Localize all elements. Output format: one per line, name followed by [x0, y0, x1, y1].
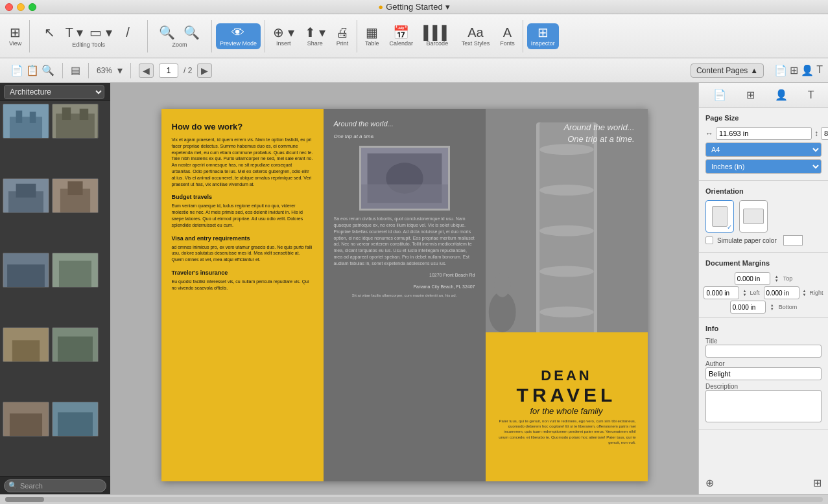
page-icon-1[interactable]: 📄 — [10, 64, 23, 76]
inspector-page-icon[interactable]: 📄 — [711, 87, 728, 103]
toolbar-view[interactable]: ⊞ View — [5, 23, 25, 49]
units-select[interactable]: Inches (in) — [705, 159, 822, 174]
paper-color-swatch[interactable] — [783, 235, 803, 246]
view-label: View — [9, 40, 21, 47]
content-pages-button[interactable]: Content Pages ▲ — [691, 63, 764, 78]
sidebar-image-8[interactable] — [52, 327, 99, 362]
paper-size-select[interactable]: A4 — [705, 143, 822, 157]
width-input[interactable] — [716, 127, 812, 140]
chevron-down-icon[interactable]: ▾ — [117, 64, 123, 76]
toolbar-text-styles[interactable]: Aa Text Styles — [458, 23, 494, 49]
toolbar-inspector[interactable]: ⊞ Inspector — [527, 23, 559, 49]
page-total: / 2 — [183, 66, 192, 75]
prev-page-button[interactable]: ◀ — [139, 63, 154, 78]
toolbar-preview[interactable]: 👁 Preview Mode — [216, 23, 261, 49]
share-label: Share — [307, 40, 323, 47]
layout-icon[interactable]: ▤ — [71, 64, 80, 76]
sidebar-image-10[interactable] — [52, 402, 99, 437]
right-icon-2[interactable]: ⊞ — [790, 64, 798, 76]
insp-bottom-icon-2[interactable]: ⊞ — [813, 477, 822, 489]
canvas-area[interactable]: How do we work? Vix et agam praesent, id… — [110, 83, 698, 494]
zoom-out-button[interactable]: 🔍 — [156, 25, 179, 40]
sidebar-image-9[interactable] — [3, 402, 49, 437]
panel1-section3: Traveler's insurance — [172, 269, 313, 276]
doc-author-input[interactable] — [705, 367, 822, 380]
content-pages-label: Content Pages — [696, 66, 748, 75]
height-input[interactable] — [821, 127, 828, 140]
sidebar-image-2[interactable] — [52, 104, 99, 139]
sidebar-image-7[interactable] — [3, 327, 49, 362]
top-down-button[interactable]: ▼ — [773, 279, 781, 282]
text-tool-button[interactable]: T ▾ — [62, 25, 86, 40]
left-down-button[interactable]: ▼ — [740, 293, 748, 297]
inspector-icon: ⊞ — [538, 26, 549, 39]
architecture-dropdown[interactable]: Architecture — [4, 85, 104, 99]
share-icon: ⬆ ▾ — [305, 26, 326, 39]
simulate-paper-label: Simulate paper color — [717, 237, 777, 244]
info-title: Info — [705, 325, 822, 332]
page-icon-2[interactable]: 📋 — [26, 64, 39, 76]
select-tool-button[interactable]: ↖ — [38, 25, 61, 40]
sidebar-image-1[interactable] — [3, 104, 49, 139]
inspector-text-icon[interactable]: T — [806, 87, 816, 103]
right-down-button[interactable]: ▼ — [801, 293, 809, 297]
toolbar-table[interactable]: ▦ Table — [361, 23, 383, 49]
doc-title-input[interactable] — [705, 345, 822, 358]
right-margin-input[interactable] — [764, 286, 799, 299]
inspector-user-icon[interactable]: 👤 — [773, 87, 790, 103]
content-pages-chevron: ▲ — [750, 66, 758, 75]
doc-description-input[interactable] — [705, 390, 822, 422]
inspector-toolbar: 📄 ⊞ 👤 T — [699, 83, 828, 108]
table-label: Table — [365, 40, 379, 47]
minimize-button[interactable] — [17, 3, 25, 11]
search-box[interactable]: 🔍 Search — [4, 479, 106, 492]
draw-tool-button[interactable]: / — [116, 25, 139, 40]
panel1-body3: ad omnes inimicus pro, ex vero utamur gr… — [172, 244, 313, 263]
toolbar-barcode[interactable]: ▌▌▌ Barcode — [420, 23, 455, 49]
table-icon: ▦ — [366, 26, 378, 39]
text-styles-icon: Aa — [467, 26, 483, 39]
svg-point-33 — [539, 144, 594, 155]
svg-rect-25 — [58, 412, 93, 436]
top-margin-input[interactable] — [735, 272, 770, 285]
scrollbar-thumb[interactable] — [5, 497, 44, 502]
panel1-section1: Budget travels — [172, 194, 313, 200]
left-margin-input[interactable] — [704, 286, 739, 299]
inspector-layout-icon[interactable]: ⊞ — [744, 87, 757, 103]
svg-point-34 — [539, 185, 594, 196]
toolbar-insert[interactable]: ⊕ ▾ Insert — [269, 23, 298, 49]
sidebar-image-3[interactable] — [3, 178, 49, 213]
portrait-button[interactable]: ✓ — [705, 200, 734, 233]
right-icon-1[interactable]: 📄 — [774, 64, 787, 76]
zoom-in-button[interactable]: 🔍 — [180, 25, 204, 40]
bottom-down-button[interactable]: ▼ — [768, 307, 776, 311]
svg-rect-19 — [12, 340, 40, 361]
insp-bottom-icon-1[interactable]: ⊕ — [705, 477, 714, 489]
bottom-scrollbar — [0, 494, 828, 504]
svg-rect-5 — [56, 113, 95, 138]
right-icon-3[interactable]: 👤 — [801, 64, 814, 76]
next-page-button[interactable]: ▶ — [197, 63, 212, 78]
portrait-icon — [712, 206, 727, 227]
sidebar-image-6[interactable] — [52, 253, 99, 288]
svg-point-36 — [539, 266, 594, 277]
search-placeholder: Search — [20, 482, 43, 490]
toolbar-fonts[interactable]: A Fonts — [496, 23, 519, 49]
right-icon-4[interactable]: T — [816, 64, 823, 76]
landscape-button[interactable] — [739, 200, 768, 233]
sidebar-image-5[interactable] — [3, 253, 49, 288]
simulate-paper-checkbox[interactable] — [705, 236, 713, 244]
svg-rect-6 — [62, 108, 71, 120]
toolbar-print[interactable]: 🖨 Print — [332, 23, 353, 49]
scrollbar-track[interactable] — [5, 497, 823, 502]
shape-tool-button[interactable]: ▭ ▾ — [87, 25, 115, 40]
zoom-label: Zoom — [172, 41, 187, 48]
toolbar-calendar[interactable]: 📅 Calendar — [386, 23, 418, 49]
page-input[interactable] — [159, 63, 178, 78]
page-icon-3[interactable]: 🔍 — [41, 64, 54, 76]
sidebar-image-4[interactable] — [52, 178, 99, 213]
maximize-button[interactable] — [29, 3, 36, 11]
bottom-margin-input[interactable] — [730, 301, 766, 314]
close-button[interactable] — [5, 3, 13, 11]
toolbar-share[interactable]: ⬆ ▾ Share — [301, 23, 330, 49]
